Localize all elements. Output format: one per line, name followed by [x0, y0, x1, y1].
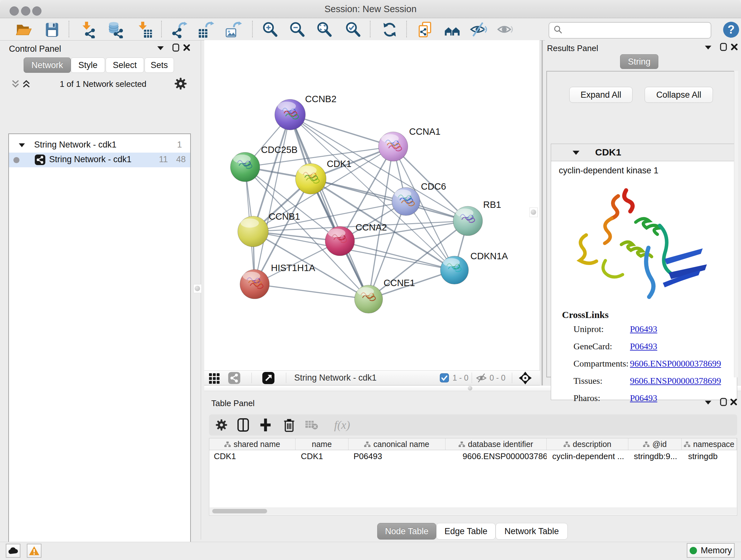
show-all-icon[interactable] — [496, 20, 515, 39]
export-table-icon[interactable] — [196, 20, 215, 39]
delete-table-icon[interactable] — [304, 417, 320, 433]
import-table-icon[interactable] — [135, 20, 154, 39]
network-share-icon[interactable] — [228, 371, 241, 385]
selected-checkbox-icon[interactable] — [440, 371, 449, 385]
collapse-all-tree-icon[interactable] — [11, 80, 19, 88]
network-edge[interactable] — [290, 115, 393, 146]
control-panel-float-icon[interactable] — [172, 44, 179, 52]
apply-layout-icon[interactable] — [381, 20, 399, 39]
network-node-cdc25b[interactable]: CDC25B — [230, 145, 297, 182]
zoom-out-icon[interactable] — [288, 20, 307, 39]
table-cell[interactable]: cyclin-dependent ... — [547, 450, 628, 462]
network-node-hist1h1a[interactable]: HIST1H1A — [240, 263, 315, 299]
network-collection-row[interactable]: String Network - cdk1 1 — [9, 138, 190, 152]
network-canvas[interactable]: CCNB2CCNA1CDC25BCDK1CDC6RB1CCNB1CCNA2CDK… — [204, 40, 539, 370]
table-cell[interactable]: stringdb — [682, 450, 737, 462]
network-node-cdc6[interactable]: CDC6 — [392, 181, 446, 215]
new-network-from-selection-icon[interactable] — [416, 20, 434, 39]
network-node-ccnb2[interactable]: CCNB2 — [275, 94, 336, 130]
results-panel-close-icon[interactable] — [731, 44, 738, 51]
tab-sets[interactable]: Sets — [145, 57, 174, 73]
hscroll-thumb[interactable] — [212, 509, 267, 513]
table-panel-float-icon[interactable] — [720, 398, 727, 406]
right-splitter-handle[interactable] — [529, 207, 538, 217]
control-panel-close-icon[interactable] — [183, 44, 190, 51]
network-node-cdkn1a[interactable]: CDKN1A — [441, 251, 508, 284]
show-columns-icon[interactable] — [235, 417, 251, 433]
export-image-icon[interactable] — [224, 20, 243, 39]
first-neighbors-icon[interactable] — [443, 20, 462, 39]
birdseye-toggle-icon[interactable] — [518, 371, 532, 385]
import-network-file-icon[interactable] — [79, 20, 98, 39]
column-header-id[interactable]: @id — [628, 438, 682, 450]
memory-button[interactable]: Memory — [687, 543, 735, 558]
hidden-eye-icon[interactable] — [475, 371, 488, 385]
tab-string[interactable]: String — [620, 54, 658, 69]
table-row[interactable]: CDK1CDK1P064939606.ENSP00000378699cyclin… — [209, 450, 737, 462]
expand-all-tree-icon[interactable] — [22, 80, 30, 88]
warning-button[interactable] — [27, 544, 42, 558]
window-zoom-light[interactable] — [32, 6, 42, 16]
table-cell[interactable]: stringdb:9... — [628, 450, 682, 462]
results-panel-menu-icon[interactable] — [704, 45, 712, 50]
network-edge[interactable] — [255, 284, 368, 299]
export-network-icon[interactable] — [170, 20, 188, 39]
tab-node-table[interactable]: Node Table — [377, 523, 436, 540]
column-header-name[interactable]: name — [295, 438, 348, 450]
collapse-all-button[interactable]: Collapse All — [645, 87, 713, 103]
zoom-in-icon[interactable] — [261, 20, 280, 39]
tree-expand-icon[interactable] — [18, 143, 25, 147]
help-icon[interactable]: ? — [722, 20, 740, 39]
table-hscrollbar[interactable] — [210, 507, 737, 515]
zoom-selected-icon[interactable] — [344, 20, 362, 39]
network-edge[interactable] — [255, 115, 290, 284]
window-close-light[interactable] — [10, 6, 19, 16]
delete-column-icon[interactable] — [281, 417, 297, 433]
network-node-rb1[interactable]: RB1 — [453, 199, 501, 236]
crosslink-link[interactable]: 9606.ENSP00000378699 — [630, 359, 721, 369]
expand-all-button[interactable]: Expand All — [569, 87, 632, 103]
search-field[interactable] — [549, 22, 711, 39]
control-panel-menu-icon[interactable] — [157, 46, 164, 51]
open-in-window-icon[interactable] — [262, 371, 275, 385]
column-header-canonicalname[interactable]: canonical name — [348, 438, 446, 450]
network-node-ccne1[interactable]: CCNE1 — [354, 278, 415, 313]
table-cell[interactable]: CDK1 — [295, 450, 348, 462]
network-node-ccna1[interactable]: CCNA1 — [379, 126, 441, 161]
window-minimize-light[interactable] — [21, 6, 30, 16]
gear-icon[interactable] — [174, 77, 187, 90]
crosslink-link[interactable]: 9606.ENSP00000378699 — [630, 376, 721, 386]
column-header-databaseidentifier[interactable]: database identifier — [446, 438, 547, 450]
table-cell[interactable]: P06493 — [348, 450, 446, 462]
table-cell[interactable]: 9606.ENSP00000378699 — [446, 450, 547, 462]
column-header-sharedname[interactable]: shared name — [209, 438, 295, 450]
cloud-button[interactable] — [6, 544, 20, 558]
left-splitter-handle[interactable] — [193, 284, 202, 293]
create-column-icon[interactable] — [258, 417, 273, 433]
grid-view-icon[interactable] — [207, 371, 221, 385]
section-collapse-icon[interactable] — [572, 150, 580, 155]
crosslink-link[interactable]: P06493 — [630, 341, 657, 352]
table-gear-icon[interactable] — [213, 417, 229, 433]
tab-select[interactable]: Select — [106, 57, 144, 73]
table-panel-menu-icon[interactable] — [704, 400, 712, 405]
open-session-icon[interactable] — [15, 20, 33, 39]
protein-section-header[interactable]: CDK1 — [551, 144, 737, 161]
zoom-fit-content-icon[interactable] — [315, 20, 334, 39]
column-header-namespace[interactable]: namespace — [682, 438, 737, 450]
table-panel-close-icon[interactable] — [730, 398, 737, 406]
function-builder-icon[interactable]: f(x) — [328, 417, 356, 433]
tab-network[interactable]: Network — [23, 57, 71, 73]
save-session-icon[interactable] — [43, 20, 61, 39]
tab-edge-table[interactable]: Edge Table — [436, 523, 495, 540]
network-row-selected[interactable]: String Network - cdk1 11 48 — [9, 152, 190, 167]
hide-selected-icon[interactable] — [469, 20, 488, 39]
panel-divider[interactable] — [542, 40, 543, 385]
tab-style[interactable]: Style — [71, 57, 105, 73]
table-cell[interactable]: CDK1 — [209, 450, 295, 462]
results-panel-float-icon[interactable] — [720, 43, 727, 51]
crosslink-link[interactable]: P06493 — [630, 324, 657, 334]
search-input[interactable] — [566, 25, 711, 36]
results-scrollbar[interactable] — [734, 71, 738, 377]
column-header-description[interactable]: description — [547, 438, 628, 450]
